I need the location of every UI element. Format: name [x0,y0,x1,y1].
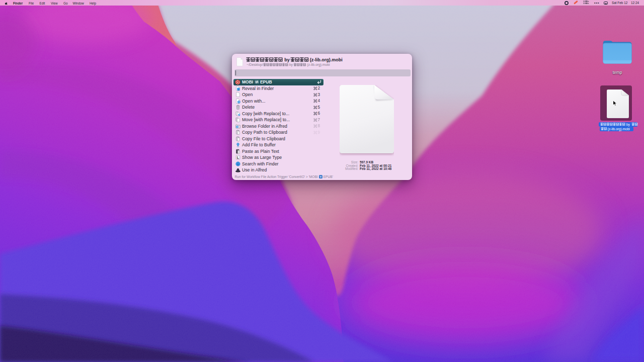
svg-text:by: by [283,57,291,62]
svg-text:~/Desktop/: ~/Desktop/ [247,63,263,67]
svg-text:by: by [625,123,630,127]
svg-text:(z-lib.org).mobi: (z-lib.org).mobi [306,63,330,67]
svg-text:(z-lib.org).mobi: (z-lib.org).mobi [607,127,630,131]
svg-text:by: by [288,63,293,67]
svg-text:(z-lib.org).mobi: (z-lib.org).mobi [308,57,343,62]
svg-text:L: L [236,156,239,159]
